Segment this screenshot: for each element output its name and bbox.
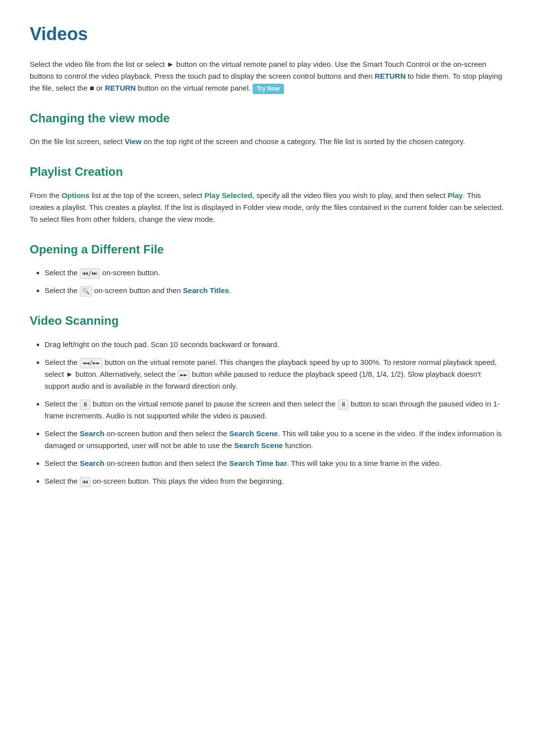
cvm-text-1: On the file list screen, select <box>30 137 125 146</box>
intro-text-3: button on the virtual remote panel. <box>136 84 253 92</box>
cvm-text-2: on the top right of the screen and choos… <box>142 137 465 146</box>
options-link[interactable]: Options <box>61 191 90 200</box>
odf-text-2: on-screen button. <box>100 268 160 277</box>
list-item: Select the 🔍 on-screen button and then S… <box>45 285 505 297</box>
odf-text-1: Select the <box>45 268 80 277</box>
list-item: Select the ◄◄/►► button on the virtual r… <box>45 356 505 392</box>
section-changing-view-mode: Changing the view mode On the file list … <box>30 109 505 148</box>
playlist-creation-paragraph: From the Options list at the top of the … <box>30 190 505 225</box>
list-item: Select the ⏮/⏭ on-screen button. <box>45 267 505 279</box>
intro-paragraph: Select the video file from the list or s… <box>30 58 505 94</box>
vs-text-13: on-screen button and then select the <box>105 459 229 467</box>
return-link-1[interactable]: RETURN <box>374 72 406 80</box>
view-link[interactable]: View <box>125 137 142 146</box>
search-icon-box: 🔍 <box>80 286 92 297</box>
search-titles-link[interactable]: Search Titles <box>183 286 229 295</box>
list-item: Select the Search on-screen button and t… <box>45 457 505 469</box>
vs-text-12: Select the <box>45 459 80 467</box>
list-item: Drag left/right on the touch pad. Scan 1… <box>45 339 505 351</box>
vs-text-16: on-screen button. This plays the video f… <box>91 477 284 485</box>
vs-text-15: Select the <box>45 477 80 485</box>
pause-icon-1: ⏸ <box>80 400 91 410</box>
pc-text-3: , specify all the video files you wish t… <box>252 191 447 200</box>
prev-next-icon: ⏮/⏭ <box>80 268 100 279</box>
vs-text-11: function. <box>283 441 313 450</box>
vs-text-14: . This will take you to a time frame in … <box>287 459 441 467</box>
section-opening-different-file: Opening a Different File Select the ⏮/⏭ … <box>30 240 505 297</box>
rewind-ff-icon: ◄◄/►► <box>80 358 103 368</box>
vs-text-8: Select the <box>45 429 80 438</box>
vs-text-1: Drag left/right on the touch pad. Scan 1… <box>45 340 279 349</box>
opening-different-file-list: Select the ⏮/⏭ on-screen button. Select … <box>45 267 505 297</box>
ff-icon: ►► <box>178 370 190 380</box>
vs-text-2: Select the <box>45 358 80 366</box>
odf-text-4: on-screen button and then <box>92 286 183 295</box>
vs-text-6: button on the virtual remote panel to pa… <box>91 400 338 408</box>
video-scanning-list: Drag left/right on the touch pad. Scan 1… <box>45 339 505 488</box>
search-scene-link-2[interactable]: Search Scene <box>234 441 283 450</box>
play-selected-link[interactable]: Play Selected <box>205 191 253 200</box>
list-item: Select the Search on-screen button and t… <box>45 428 505 452</box>
list-item: Select the ⏸ button on the virtual remot… <box>45 398 505 422</box>
list-item: Select the ⏮ on-screen button. This play… <box>45 475 505 487</box>
heading-changing-view-mode: Changing the view mode <box>30 109 505 128</box>
odf-text-5: . <box>229 286 231 295</box>
section-video-scanning: Video Scanning Drag left/right on the to… <box>30 311 505 487</box>
page-title: Videos <box>30 20 505 49</box>
try-now-badge[interactable]: Try Now <box>253 84 284 94</box>
changing-view-mode-paragraph: On the file list screen, select View on … <box>30 136 505 148</box>
intro-section: Select the video file from the list or s… <box>30 58 505 94</box>
vs-text-5: Select the <box>45 400 80 408</box>
pc-text-1: From the <box>30 191 61 200</box>
search-link-2[interactable]: Search <box>80 459 105 467</box>
search-scene-link-1[interactable]: Search Scene <box>229 429 278 438</box>
heading-playlist-creation: Playlist Creation <box>30 162 505 181</box>
play-link[interactable]: Play <box>448 191 463 200</box>
vs-text-9: on-screen button and then select the <box>105 429 229 438</box>
search-time-bar-link[interactable]: Search Time bar <box>229 459 287 467</box>
heading-video-scanning: Video Scanning <box>30 311 505 330</box>
heading-opening-different-file: Opening a Different File <box>30 240 505 259</box>
return-link-2[interactable]: RETURN <box>105 84 136 92</box>
section-playlist-creation: Playlist Creation From the Options list … <box>30 162 505 225</box>
search-link-1[interactable]: Search <box>80 429 105 438</box>
skip-back-icon: ⏮ <box>80 477 91 487</box>
pc-text-2: list at the top of the screen, select <box>90 191 205 200</box>
odf-text-3: Select the <box>45 286 80 295</box>
pause-icon-2: ⏸ <box>338 400 349 410</box>
